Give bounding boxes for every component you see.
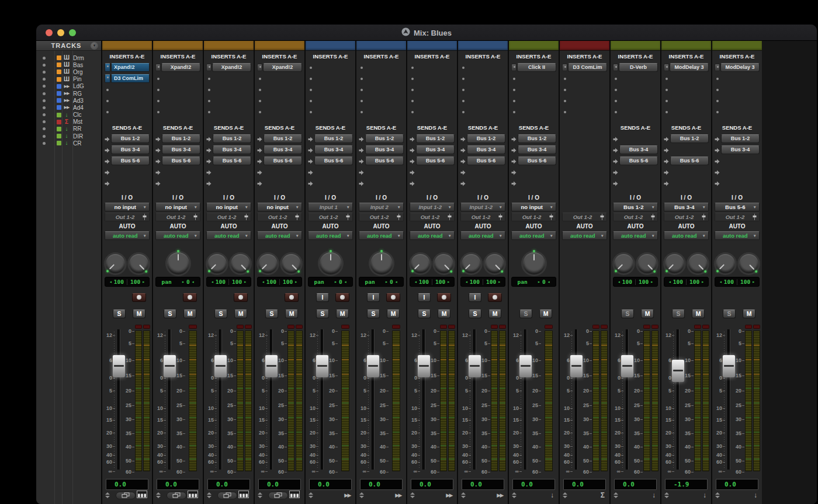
insert-slot[interactable]	[255, 106, 304, 117]
insert-slot[interactable]	[458, 106, 508, 117]
send-slot[interactable]	[102, 178, 152, 189]
sidebar-track-Mst[interactable]: ΣMst	[36, 119, 101, 126]
sidebar-track-Bas[interactable]: ШBas	[36, 61, 101, 68]
send-slot[interactable]	[356, 178, 406, 189]
send-button[interactable]: Bus 5-6	[467, 157, 505, 165]
insert-button[interactable]: Xpand!2	[161, 63, 200, 72]
insert-slot[interactable]	[306, 73, 355, 84]
record-enable-button[interactable]	[234, 293, 248, 302]
automation-mode-selector[interactable]: auto read▼	[410, 231, 455, 240]
track-height-stepper[interactable]	[155, 492, 161, 498]
automation-mode-selector[interactable]: auto read▼	[155, 231, 200, 240]
insert-slot[interactable]	[153, 84, 203, 95]
insert-slot[interactable]	[255, 84, 304, 95]
track-color-bar[interactable]	[712, 41, 762, 51]
insert-button[interactable]: Click II	[517, 63, 556, 72]
send-assign-icon[interactable]	[359, 167, 365, 178]
mute-button[interactable]: M	[285, 310, 298, 318]
track-height-stepper[interactable]	[359, 492, 364, 498]
insert-slot[interactable]	[560, 84, 609, 95]
send-button[interactable]: Bus 1-2	[416, 134, 455, 143]
input-selector[interactable]: Bus 1-2▼	[613, 203, 658, 211]
send-button[interactable]: Bus 1-2	[213, 134, 251, 143]
insert-button[interactable]: Xpand!2	[263, 63, 302, 72]
send-assign-icon[interactable]	[664, 145, 670, 155]
send-assign-icon[interactable]	[359, 178, 365, 189]
insert-slot[interactable]	[356, 73, 406, 84]
pan-knob-right[interactable]	[739, 254, 758, 273]
insert-slot[interactable]	[560, 106, 609, 117]
insert-slot[interactable]	[661, 106, 711, 117]
pan-knob[interactable]	[523, 252, 545, 274]
pan-value-display[interactable]: ◂100100▸	[206, 277, 251, 287]
insert-slot[interactable]	[458, 62, 508, 73]
track-height-stepper[interactable]	[613, 492, 618, 498]
send-assign-icon[interactable]	[613, 145, 619, 155]
send-assign-icon[interactable]	[511, 156, 517, 166]
input-selector[interactable]: Input 1-2▼	[410, 203, 455, 211]
send-slot[interactable]: Bus 3-4	[356, 144, 406, 155]
solo-button[interactable]: S	[265, 310, 278, 318]
mute-button[interactable]: M	[438, 310, 450, 318]
solo-button[interactable]: S	[621, 310, 634, 318]
send-button[interactable]: Bus 3-4	[213, 145, 251, 154]
send-button[interactable]: Bus 5-6	[416, 157, 455, 165]
pan-value-display[interactable]: ◂100100▸	[715, 277, 760, 287]
track-color-bar[interactable]	[204, 41, 254, 51]
send-slot[interactable]: Bus 5-6	[306, 155, 355, 166]
send-slot[interactable]	[611, 166, 660, 178]
send-assign-icon[interactable]	[257, 134, 263, 144]
send-button[interactable]: Bus 1-2	[721, 134, 760, 143]
volume-display[interactable]: 0.0	[462, 479, 504, 490]
output-selector[interactable]: Out 1-2	[359, 213, 404, 221]
output-selector[interactable]: Out 1-2	[105, 213, 150, 221]
input-monitor-button[interactable]: I	[469, 293, 481, 302]
send-button[interactable]: Bus 5-6	[619, 157, 658, 165]
fader-track[interactable]	[727, 329, 730, 470]
pan-value-display[interactable]: ◂100100▸	[613, 277, 658, 287]
mute-button[interactable]: M	[133, 310, 145, 318]
clip-indicator[interactable]	[440, 325, 447, 329]
insert-slot[interactable]: Xpand!2	[153, 62, 203, 73]
send-assign-icon[interactable]	[206, 134, 212, 144]
record-enable-button[interactable]	[285, 293, 299, 302]
send-slot[interactable]: Bus 1-2	[153, 133, 203, 144]
sidebar-track-Clc[interactable]: ↓Clc	[36, 112, 101, 119]
track-height-stepper[interactable]	[715, 492, 720, 498]
insert-slot[interactable]	[407, 84, 457, 95]
solo-button[interactable]: S	[367, 310, 380, 318]
clip-indicator[interactable]	[753, 325, 760, 329]
clip-indicator[interactable]	[135, 325, 142, 329]
pan-value-display[interactable]: ◂100100▸	[664, 277, 709, 287]
insert-slot[interactable]	[356, 62, 406, 73]
insert-button[interactable]: D3 ComLim	[111, 74, 150, 83]
insert-slot[interactable]	[102, 84, 152, 95]
send-assign-icon[interactable]	[257, 178, 263, 189]
fader-track[interactable]	[270, 329, 273, 470]
track-visibility-dot[interactable]	[43, 78, 46, 81]
solo-button[interactable]: S	[672, 310, 685, 318]
send-slot[interactable]	[611, 133, 660, 144]
clip-indicator[interactable]	[296, 325, 303, 329]
insert-slot[interactable]	[102, 106, 152, 117]
input-selector[interactable]: no input▼	[206, 203, 251, 211]
solo-button[interactable]: S	[164, 310, 176, 318]
insert-slot[interactable]	[407, 73, 457, 84]
track-height-stepper[interactable]	[410, 492, 415, 498]
insert-bypass-led[interactable]	[257, 64, 262, 71]
mute-button[interactable]: M	[183, 310, 196, 318]
record-enable-button[interactable]	[437, 293, 451, 302]
automation-mode-selector[interactable]: auto read▼	[511, 231, 556, 240]
sidebar-track-Pin[interactable]: ШPin	[36, 76, 101, 83]
insert-slot[interactable]	[356, 84, 406, 95]
pan-knob-right[interactable]	[282, 254, 301, 273]
track-visibility-dot[interactable]	[43, 120, 46, 123]
insert-slot[interactable]	[712, 106, 762, 117]
send-slot[interactable]: Bus 5-6	[255, 155, 304, 166]
send-slot[interactable]	[712, 178, 762, 189]
volume-display[interactable]: 0.0	[563, 479, 606, 490]
solo-button[interactable]: S	[723, 310, 736, 318]
send-assign-icon[interactable]	[359, 145, 365, 155]
insert-slot[interactable]	[509, 95, 559, 106]
send-button[interactable]: Bus 3-4	[467, 145, 505, 154]
